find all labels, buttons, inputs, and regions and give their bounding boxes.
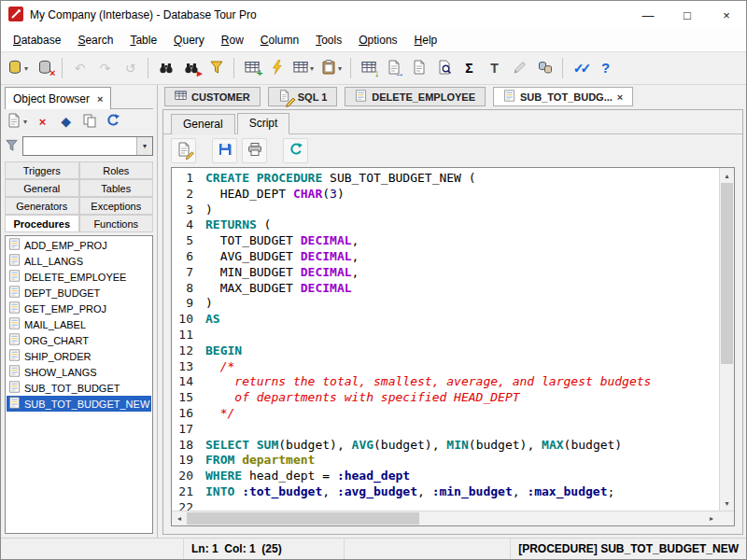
filter-combobox[interactable]: ▾ (22, 136, 153, 156)
menu-options[interactable]: Options (350, 31, 405, 49)
tab-sql-1[interactable]: SQL 1 (268, 87, 338, 106)
close-database-button[interactable]: × (33, 56, 56, 81)
scroll-left-icon[interactable]: ◂ (172, 511, 187, 526)
category-tab-functions[interactable]: Functions (79, 215, 154, 232)
procedure-item-org-chart[interactable]: ORG_CHART (7, 332, 151, 348)
scroll-up-icon[interactable]: ▴ (720, 168, 735, 183)
db-objects-button[interactable] (533, 56, 557, 81)
maximize-button[interactable]: □ (668, 1, 707, 29)
procedure-item-get-emp-proj[interactable]: GET_EMP_PROJ (7, 301, 151, 316)
vertical-scroll-thumb[interactable] (721, 183, 733, 364)
refresh-objects-button[interactable] (103, 111, 122, 133)
refresh-script-button[interactable] (283, 138, 308, 163)
export-data-button[interactable]: → (382, 56, 405, 81)
find-highlight-button[interactable]: ▸ (179, 56, 203, 81)
close-tab-icon[interactable]: × (617, 91, 623, 103)
find-button[interactable] (154, 56, 177, 81)
code-line: 5 TOT_BUDGET DECIMAL, (172, 233, 719, 249)
execute-script-button[interactable] (265, 56, 289, 81)
filter-icon[interactable] (5, 138, 19, 155)
category-tab-exceptions[interactable]: Exceptions (79, 197, 154, 215)
help-button[interactable]: ? (594, 56, 617, 81)
menu-table[interactable]: Table (121, 31, 165, 49)
procedure-item-dept-budget[interactable]: DEPT_BUDGET (7, 285, 151, 301)
minimize-button[interactable]: — (628, 1, 668, 29)
tab-sub-tot-budg[interactable]: SUB_TOT_BUDG...× (493, 87, 633, 106)
category-tab-procedures[interactable]: Procedures (5, 215, 79, 232)
tab-delete-employee[interactable]: DELETE_EMPLOYEE (345, 87, 486, 106)
category-tab-triggers[interactable]: Triggers (5, 161, 79, 179)
app-icon (8, 7, 23, 24)
procedure-item-ship-order[interactable]: SHIP_ORDER (7, 348, 151, 364)
close-object-browser-icon[interactable]: × (97, 93, 103, 105)
procedure-item-show-langs[interactable]: SHOW_LANGS (7, 364, 151, 380)
menu-search[interactable]: Search (69, 31, 121, 49)
print-script-button[interactable] (242, 138, 267, 163)
procedure-item-delete-employee[interactable]: DELETE_EMPLOYEE (7, 269, 151, 285)
dropdown-arrow-icon[interactable]: ▾ (23, 118, 27, 126)
check-data-button[interactable]: ✓✓ (569, 56, 592, 81)
copy-data-button[interactable]: ▾ (318, 56, 345, 81)
edit-data-button[interactable] (508, 56, 531, 81)
add-table-button[interactable]: + (240, 56, 263, 81)
find-highlight-icon: ▸ (184, 60, 199, 77)
tab-script[interactable]: Script (237, 113, 290, 134)
category-tab-tables[interactable]: Tables (79, 179, 154, 197)
back-button[interactable]: ↶ (68, 56, 92, 81)
print-data-button[interactable] (407, 56, 430, 81)
procedure-icon (8, 301, 21, 315)
object-browser-tab[interactable]: Object Browser × (5, 87, 111, 109)
new-object-button[interactable]: ▾ (5, 111, 29, 133)
horizontal-scrollbar[interactable]: ◂ ▸ (172, 511, 734, 525)
edit-script-button[interactable] (171, 138, 196, 163)
code-text: of departments with specified HEAD_DEPT (205, 390, 520, 406)
delete-object-button[interactable]: × (33, 111, 52, 133)
menu-help[interactable]: Help (406, 31, 446, 49)
undo-button[interactable]: ↺ (119, 56, 142, 81)
table-view-button[interactable]: ▾ (290, 56, 317, 81)
editor-main: 1CREATE PROCEDURE SUB_TOT_BUDGET_NEW (2 … (172, 168, 734, 511)
copy-object-button[interactable] (79, 111, 99, 133)
code-editor-view[interactable]: 1CREATE PROCEDURE SUB_TOT_BUDGET_NEW (2 … (172, 168, 719, 511)
open-database-button[interactable]: ▾ (5, 56, 31, 81)
scroll-right-icon[interactable]: ▸ (704, 511, 719, 526)
combo-dropdown-icon[interactable]: ▾ (136, 137, 152, 155)
procedure-item-sub-tot-budget-new[interactable]: SUB_TOT_BUDGET_NEW (7, 396, 151, 412)
procedure-item-all-langs[interactable]: ALL_LANGS (7, 253, 151, 269)
forward-button[interactable]: ↷ (93, 56, 117, 81)
script-toolbar (163, 134, 742, 167)
menu-row[interactable]: Row (213, 31, 252, 49)
aggregate-sum-button[interactable]: Σ (458, 56, 481, 81)
menu-query[interactable]: Query (165, 31, 213, 49)
object-browser-tab-row: Object Browser × (5, 85, 153, 109)
dropdown-arrow-icon[interactable]: ▾ (338, 64, 342, 73)
vertical-scrollbar[interactable]: ▴ ▾ (719, 168, 734, 511)
tab-customer[interactable]: CUSTOMER (164, 87, 261, 106)
menu-tools[interactable]: Tools (307, 31, 350, 49)
dropdown-arrow-icon[interactable]: ▾ (310, 64, 314, 73)
doc-tab-label: SQL 1 (298, 91, 328, 103)
category-tab-roles[interactable]: Roles (79, 161, 154, 179)
horizontal-scroll-track[interactable] (187, 511, 704, 525)
import-data-button[interactable]: ↓ (357, 56, 380, 81)
menu-column[interactable]: Column (252, 31, 307, 49)
title-bar: My Company (Interbase) - Database Tour P… (1, 1, 746, 29)
text-viewer-button[interactable]: T (483, 56, 506, 81)
close-button[interactable]: × (707, 1, 746, 29)
print-preview-button[interactable] (432, 56, 456, 81)
menu-database[interactable]: Database (5, 31, 69, 49)
horizontal-scroll-thumb[interactable] (187, 512, 419, 525)
tab-general[interactable]: General (171, 114, 235, 134)
scroll-down-icon[interactable]: ▾ (720, 496, 735, 511)
procedure-item-sub-tot-budget[interactable]: SUB_TOT_BUDGET (7, 380, 151, 396)
line-number: 19 (172, 453, 205, 469)
category-tab-generators[interactable]: Generators (5, 197, 79, 215)
vertical-scroll-track[interactable] (720, 183, 734, 496)
object-dependencies-button[interactable]: ◆ (56, 111, 76, 133)
dropdown-arrow-icon[interactable]: ▾ (24, 64, 28, 73)
category-tab-general[interactable]: General (5, 179, 79, 197)
save-script-button[interactable] (212, 138, 237, 163)
procedure-item-add-emp-proj[interactable]: ADD_EMP_PROJ (7, 237, 151, 253)
procedure-item-mail-label[interactable]: MAIL_LABEL (7, 316, 151, 332)
filter-records-button[interactable] (204, 56, 228, 81)
